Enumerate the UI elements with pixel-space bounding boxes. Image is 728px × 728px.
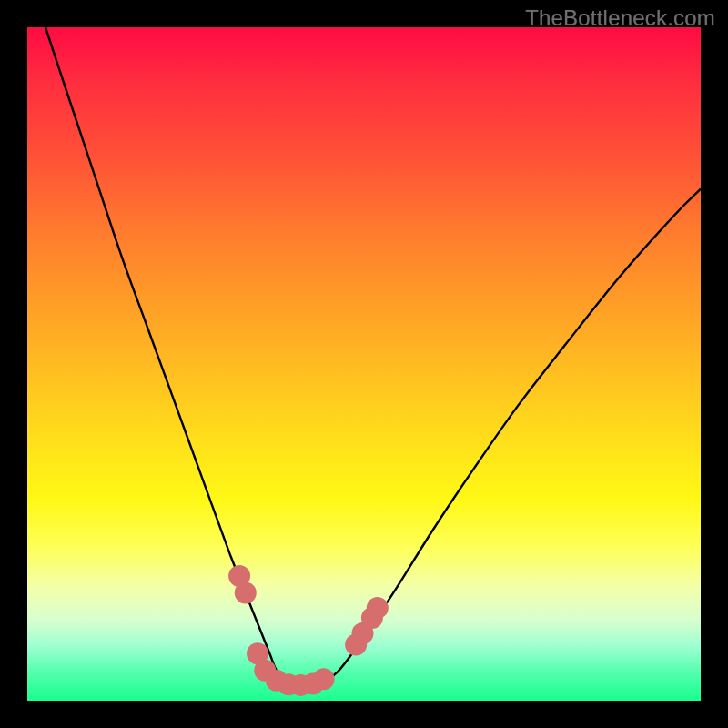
bottleneck-curve [27,27,701,701]
curve-marker [367,597,389,619]
curve-marker [313,668,335,690]
curve-path [46,27,701,685]
plot-area [27,27,701,701]
chart-frame: TheBottleneck.com [0,0,728,728]
watermark-text: TheBottleneck.com [525,5,715,31]
curve-marker [235,582,257,604]
curve-markers [228,565,389,696]
